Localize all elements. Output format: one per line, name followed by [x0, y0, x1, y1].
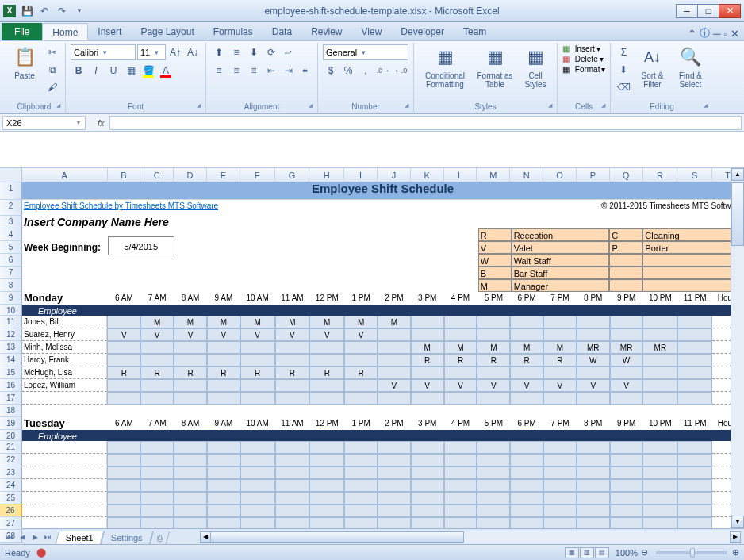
row-header[interactable]: 20: [0, 430, 22, 441]
zoom-out-icon[interactable]: ⊖: [641, 547, 648, 558]
shift-cell[interactable]: [240, 354, 275, 366]
employee-name-cell[interactable]: Lopez, William: [22, 379, 107, 392]
shift-cell[interactable]: [610, 316, 643, 328]
row-header[interactable]: 21: [0, 441, 22, 454]
row-header[interactable]: 16: [0, 379, 22, 392]
tab-next-icon[interactable]: ▶: [29, 533, 41, 541]
shift-cell[interactable]: [411, 454, 444, 466]
column-header[interactable]: S: [677, 168, 712, 182]
shift-cell[interactable]: [642, 316, 677, 328]
shift-cell[interactable]: [444, 392, 477, 405]
shift-cell[interactable]: W: [577, 354, 610, 366]
shift-cell[interactable]: [309, 354, 344, 366]
shift-cell[interactable]: [174, 492, 207, 504]
row-header[interactable]: 10: [0, 305, 22, 316]
shift-cell[interactable]: [378, 354, 411, 366]
fill-color-icon[interactable]: 🪣: [140, 63, 156, 79]
shift-cell[interactable]: [207, 341, 240, 354]
shift-cell[interactable]: V: [411, 379, 444, 392]
row-header[interactable]: 24: [0, 479, 22, 492]
shift-cell[interactable]: [444, 479, 477, 492]
minimize-button[interactable]: ─: [676, 4, 698, 18]
shift-cell[interactable]: [140, 504, 174, 517]
tab-last-icon[interactable]: ⏭: [41, 533, 54, 541]
row-header[interactable]: 27: [0, 517, 22, 530]
increase-font-icon[interactable]: A↑: [167, 44, 183, 60]
shift-cell[interactable]: [543, 504, 577, 517]
shift-cell[interactable]: [577, 492, 610, 504]
shift-cell[interactable]: [378, 392, 411, 405]
shift-cell[interactable]: [411, 441, 444, 454]
shift-cell[interactable]: MR: [577, 341, 610, 354]
shift-cell[interactable]: [577, 504, 610, 517]
macro-record-icon[interactable]: ⬤: [36, 547, 46, 558]
cell[interactable]: B: [478, 267, 512, 279]
shift-cell[interactable]: [240, 466, 275, 479]
doc-minimize-icon[interactable]: ─: [713, 28, 720, 40]
column-header[interactable]: L: [444, 168, 477, 182]
doc-close-icon[interactable]: ✕: [731, 28, 739, 40]
shift-cell[interactable]: [174, 392, 207, 405]
shift-cell[interactable]: R: [510, 354, 543, 366]
number-format-combo[interactable]: General▼: [323, 44, 408, 60]
decrease-indent-icon[interactable]: ⇤: [263, 63, 279, 79]
shift-cell[interactable]: [444, 366, 477, 379]
shift-cell[interactable]: [309, 504, 344, 517]
normal-view-icon[interactable]: ▦: [565, 547, 579, 558]
shift-cell[interactable]: [642, 454, 677, 466]
shift-cell[interactable]: M: [309, 316, 344, 328]
shift-cell[interactable]: [309, 341, 344, 354]
tab-page-layout[interactable]: Page Layout: [131, 23, 203, 40]
shift-cell[interactable]: [309, 492, 344, 504]
page-layout-view-icon[interactable]: ▥: [580, 547, 594, 558]
paste-button[interactable]: 📋 Paste: [8, 44, 41, 80]
tab-data[interactable]: Data: [263, 23, 301, 40]
shift-cell[interactable]: [677, 366, 712, 379]
shift-cell[interactable]: [444, 328, 477, 341]
shift-cell[interactable]: [610, 441, 643, 454]
shift-cell[interactable]: [240, 517, 275, 528]
shift-cell[interactable]: [140, 379, 174, 392]
shift-cell[interactable]: [577, 328, 610, 341]
shift-cell[interactable]: [275, 492, 310, 504]
zoom-slider[interactable]: [656, 551, 727, 554]
link-cell[interactable]: Employee Shift Schedule by Timesheets MT…: [22, 200, 355, 216]
increase-indent-icon[interactable]: ⇥: [281, 63, 297, 79]
shift-cell[interactable]: M: [240, 316, 275, 328]
shift-cell[interactable]: M: [275, 316, 310, 328]
tab-prev-icon[interactable]: ◀: [16, 533, 29, 541]
zoom-in-icon[interactable]: ⊕: [732, 547, 739, 558]
employee-name-cell[interactable]: [22, 504, 107, 517]
shift-cell[interactable]: [444, 441, 477, 454]
row-header[interactable]: 5: [0, 241, 22, 254]
shift-cell[interactable]: [207, 479, 240, 492]
shift-cell[interactable]: [378, 341, 411, 354]
shift-cell[interactable]: [344, 492, 378, 504]
company-cell[interactable]: Insert Company Name Here: [22, 216, 209, 228]
tab-home[interactable]: Home: [42, 23, 88, 40]
row-header[interactable]: 2: [0, 200, 22, 216]
shift-cell[interactable]: [510, 504, 543, 517]
shift-cell[interactable]: [411, 328, 444, 341]
shift-cell[interactable]: [477, 454, 510, 466]
title-cell[interactable]: Employee Shift Schedule: [22, 182, 744, 200]
shift-cell[interactable]: V: [477, 379, 510, 392]
italic-button[interactable]: I: [88, 63, 104, 79]
increase-decimal-icon[interactable]: .0→: [375, 63, 391, 79]
shift-cell[interactable]: [677, 379, 712, 392]
column-header[interactable]: Q: [610, 168, 643, 182]
shift-cell[interactable]: [610, 328, 643, 341]
fx-icon[interactable]: fx: [88, 118, 109, 128]
border-icon[interactable]: ▦: [123, 63, 139, 79]
shift-cell[interactable]: R: [140, 366, 174, 379]
format-painter-icon[interactable]: 🖌: [44, 79, 60, 95]
new-sheet-icon[interactable]: ⎙: [149, 531, 170, 544]
shift-cell[interactable]: [543, 454, 577, 466]
merge-icon[interactable]: ⬌: [298, 63, 313, 79]
row-header[interactable]: 12: [0, 328, 22, 341]
shift-cell[interactable]: [140, 479, 174, 492]
shift-cell[interactable]: [510, 366, 543, 379]
decrease-font-icon[interactable]: A↓: [185, 44, 201, 60]
autosum-icon[interactable]: Σ: [616, 44, 631, 60]
shift-cell[interactable]: [477, 517, 510, 528]
